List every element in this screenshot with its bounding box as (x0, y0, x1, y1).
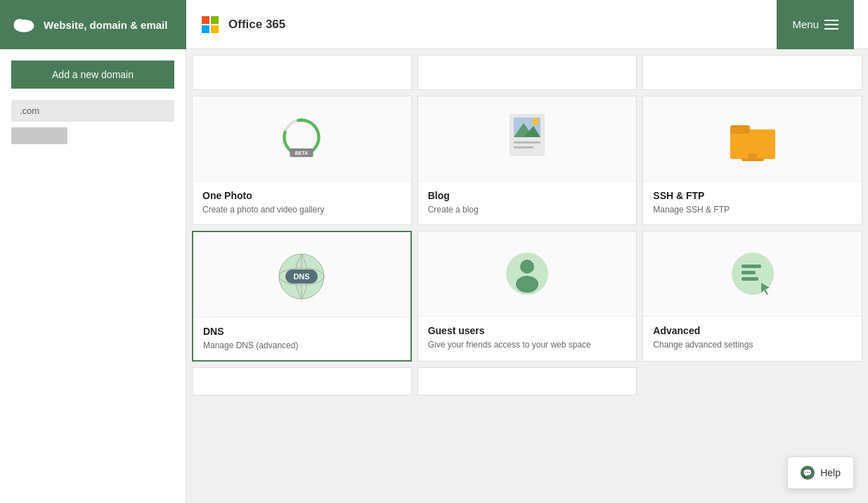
svg-point-2 (23, 20, 33, 30)
header: Website, domain & email Office 365 Menu (0, 0, 868, 49)
cloud-icon (11, 12, 37, 37)
svg-rect-5 (202, 25, 209, 33)
card-advanced[interactable]: Advanced Change advanced settings (642, 231, 862, 362)
card-advanced-info: Advanced Change advanced settings (643, 316, 862, 359)
svg-text:DNS: DNS (294, 272, 310, 281)
partial-card-3[interactable] (642, 55, 862, 90)
card-guest-users-info: Guest users Give your friends access to … (418, 316, 637, 359)
card-dns[interactable]: DNS DNS Manage DNS (advanced) (192, 231, 412, 362)
ssh-ftp-icon (725, 114, 781, 163)
card-ssh-ftp-icon-area (643, 96, 862, 181)
card-guest-users-title: Guest users (428, 325, 627, 336)
card-ssh-ftp-info: SSH & FTP Manage SSH & FTP (643, 181, 862, 224)
svg-point-15 (532, 118, 539, 125)
help-label: Help (820, 467, 841, 478)
help-button[interactable]: 💬 Help (787, 457, 854, 489)
top-partial-row (186, 49, 868, 90)
card-dns-desc: Manage DNS (advanced) (203, 340, 401, 352)
partial-card-1[interactable] (192, 55, 412, 90)
cards-grid: BETA One Photo Create a photo and video … (186, 90, 868, 367)
card-one-photo-desc: Create a photo and video gallery (202, 204, 401, 216)
office365-tab-label: Office 365 (228, 18, 285, 32)
card-one-photo-title: One Photo (202, 190, 401, 201)
guest-users-icon (503, 249, 552, 298)
svg-rect-6 (211, 25, 219, 33)
bottom-partial-row (186, 367, 868, 401)
card-guest-users-desc: Give your friends access to your web spa… (428, 339, 627, 351)
svg-rect-32 (741, 271, 756, 274)
card-blog-icon-area (418, 96, 637, 181)
svg-rect-4 (211, 16, 219, 24)
partial-card-bottom-2[interactable] (417, 367, 637, 395)
menu-button[interactable]: Menu (777, 0, 854, 49)
partial-card-bottom-1[interactable] (192, 367, 412, 395)
card-advanced-title: Advanced (653, 325, 852, 336)
card-one-photo[interactable]: BETA One Photo Create a photo and video … (192, 96, 412, 225)
svg-rect-21 (741, 158, 764, 161)
svg-text:BETA: BETA (295, 151, 309, 155)
card-one-photo-info: One Photo Create a photo and video galle… (193, 181, 411, 224)
card-advanced-icon-area (643, 231, 862, 316)
photo-icon: BETA (277, 114, 326, 163)
svg-rect-17 (514, 146, 533, 148)
card-one-photo-icon-area: BETA (193, 96, 411, 181)
svg-rect-33 (741, 277, 758, 281)
website-domain-tab-label: Website, domain & email (44, 19, 167, 31)
menu-label: Menu (792, 18, 819, 30)
add-domain-button[interactable]: Add a new domain (11, 61, 174, 89)
card-guest-users[interactable]: Guest users Give your friends access to … (417, 231, 637, 362)
office365-icon (200, 15, 220, 34)
card-advanced-desc: Change advanced settings (653, 339, 852, 351)
svg-rect-19 (730, 125, 750, 134)
svg-rect-3 (202, 16, 209, 24)
svg-point-28 (520, 260, 534, 274)
card-blog-desc: Create a blog (428, 204, 627, 216)
main-content: BETA One Photo Create a photo and video … (186, 49, 868, 503)
card-blog-info: Blog Create a blog (418, 181, 637, 224)
card-ssh-ftp-desc: Manage SSH & FTP (653, 204, 852, 216)
blog-icon (503, 110, 552, 167)
hamburger-icon (824, 20, 838, 30)
partial-card-2[interactable] (417, 55, 637, 90)
website-domain-tab[interactable]: Website, domain & email (0, 0, 186, 49)
svg-rect-16 (514, 141, 540, 144)
sidebar: Add a new domain .com (0, 49, 186, 503)
card-ssh-ftp-title: SSH & FTP (653, 190, 852, 201)
body-wrap: Add a new domain .com (0, 49, 868, 503)
chat-icon: 💬 (801, 466, 815, 480)
card-blog-title: Blog (428, 190, 627, 201)
svg-point-8 (300, 118, 304, 122)
domain-sub-item (11, 127, 67, 144)
dns-icon: DNS (270, 243, 333, 306)
card-dns-title: DNS (203, 326, 401, 337)
svg-rect-20 (749, 153, 757, 159)
domain-item[interactable]: .com (11, 100, 174, 122)
card-ssh-ftp[interactable]: SSH & FTP Manage SSH & FTP (642, 96, 862, 225)
office365-tab[interactable]: Office 365 Menu (186, 0, 868, 49)
svg-rect-31 (741, 265, 761, 268)
card-dns-icon-area: DNS (193, 232, 410, 317)
card-guest-users-icon-area (418, 231, 637, 316)
card-blog[interactable]: Blog Create a blog (417, 96, 637, 225)
advanced-icon (726, 249, 779, 298)
svg-point-29 (516, 276, 538, 293)
card-dns-info: DNS Manage DNS (advanced) (193, 317, 410, 360)
